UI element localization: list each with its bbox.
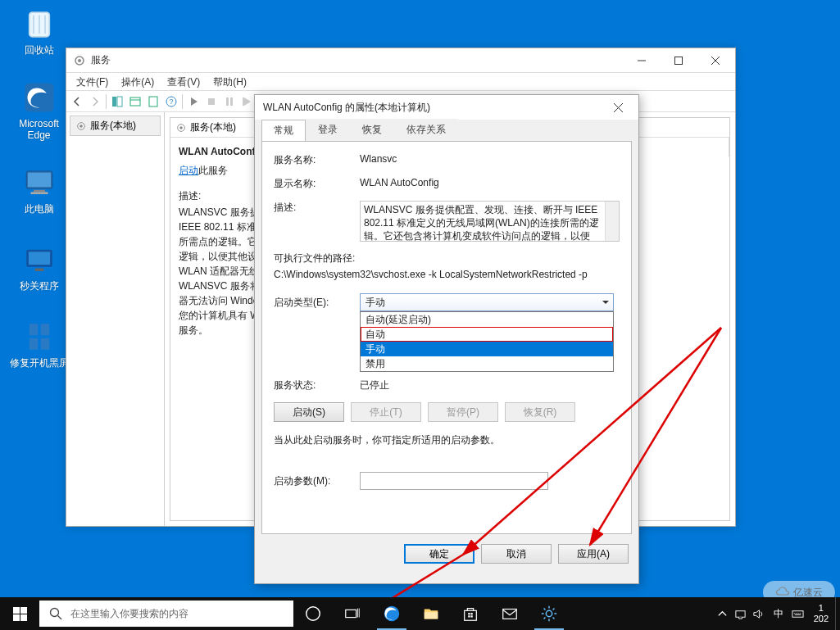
props-general-panel: 服务名称:Wlansvc 显示名称:WLAN AutoConfig 描述:WLA… — [261, 141, 632, 534]
tab-dependencies[interactable]: 依存关系 — [394, 119, 458, 141]
startup-hint: 当从此处启动服务时，你可指定所适用的启动参数。 — [274, 433, 620, 447]
toolbar-export[interactable] — [144, 93, 162, 111]
toolbar-forward[interactable] — [86, 93, 104, 111]
svg-point-48 — [546, 610, 552, 616]
services-titlebar[interactable]: 服务 — [66, 48, 735, 73]
display-name-value: WLAN AutoConfig — [360, 177, 620, 188]
service-name-label: 服务名称: — [274, 153, 360, 167]
taskbar-settings[interactable] — [529, 597, 569, 630]
svg-rect-4 — [34, 190, 45, 193]
svg-point-27 — [79, 125, 83, 128]
recycle-bin-icon — [22, 7, 57, 41]
menu-file[interactable]: 文件(F) — [70, 73, 115, 91]
ok-button[interactable]: 确定 — [404, 544, 474, 564]
close-button[interactable] — [697, 48, 733, 73]
toolbar-show-hide[interactable] — [108, 93, 126, 111]
props-titlebar[interactable]: WLAN AutoConfig 的属性(本地计算机) — [255, 95, 638, 120]
menu-view[interactable]: 查看(V) — [161, 73, 207, 91]
resume-button: 恢复(R) — [505, 402, 575, 422]
taskbar-mail[interactable] — [490, 597, 529, 630]
tab-general[interactable]: 常规 — [261, 120, 306, 142]
tab-recovery[interactable]: 恢复 — [350, 119, 394, 141]
shutdown-tool-icon — [22, 242, 57, 277]
display-name-label: 显示名称: — [274, 177, 360, 191]
toolbar-back[interactable] — [68, 93, 86, 111]
toolbar-help[interactable]: ? — [162, 93, 180, 111]
toolbar-stop-service[interactable] — [202, 93, 220, 111]
scrollbar[interactable] — [605, 202, 619, 241]
svg-rect-22 — [208, 98, 215, 105]
svg-rect-9 — [29, 324, 38, 335]
props-title: WLAN AutoConfig 的属性(本地计算机) — [263, 101, 600, 115]
svg-rect-43 — [468, 613, 470, 614]
system-tray: 中 1202 — [714, 597, 840, 630]
menu-action[interactable]: 操作(A) — [115, 73, 161, 91]
desktop-icon-this-pc[interactable]: 此电脑 — [8, 165, 70, 215]
option-auto[interactable]: 自动 — [361, 327, 613, 342]
toolbar-properties[interactable] — [126, 93, 144, 111]
gear-icon — [73, 54, 86, 67]
tray-clock[interactable]: 1202 — [807, 603, 835, 624]
props-close-button[interactable] — [600, 95, 637, 120]
props-tabs: 常规 登录 恢复 依存关系 — [255, 120, 638, 141]
svg-rect-50 — [792, 610, 803, 617]
option-auto-delayed[interactable]: 自动(延迟启动) — [361, 312, 613, 327]
svg-rect-23 — [226, 97, 229, 106]
tray-keyboard-icon[interactable] — [789, 597, 807, 630]
apply-button[interactable]: 应用(A) — [558, 544, 629, 564]
startup-type-dropdown: 自动(延迟启动) 自动 手动 禁用 — [360, 311, 614, 372]
cortana-button[interactable] — [293, 597, 333, 630]
show-desktop-button[interactable] — [835, 597, 840, 630]
service-name-value: Wlansvc — [360, 153, 620, 165]
menu-help[interactable]: 帮助(H) — [207, 73, 253, 91]
start-button[interactable] — [0, 597, 39, 630]
desktop-icon-recycle-bin[interactable]: 回收站 — [8, 7, 70, 56]
cancel-button[interactable]: 取消 — [481, 544, 552, 564]
service-properties-dialog: WLAN AutoConfig 的属性(本地计算机) 常规 登录 恢复 依存关系… — [254, 94, 639, 584]
services-menubar[interactable]: 文件(F) 操作(A) 查看(V) 帮助(H) — [66, 73, 735, 91]
taskbar-store[interactable] — [451, 597, 490, 630]
tab-logon[interactable]: 登录 — [306, 119, 350, 141]
svg-rect-11 — [29, 338, 38, 350]
repair-tool-icon — [22, 320, 57, 354]
svg-rect-16 — [112, 97, 116, 107]
toolbar-pause-service[interactable] — [220, 93, 238, 111]
services-tree-pane: 服务(本地) — [66, 112, 165, 526]
tray-network-icon[interactable] — [732, 597, 750, 630]
services-local-node[interactable]: 服务(本地) — [70, 116, 161, 136]
taskbar-edge[interactable] — [372, 597, 411, 630]
svg-rect-18 — [130, 97, 140, 106]
svg-point-29 — [179, 126, 183, 129]
option-manual[interactable]: 手动 — [361, 342, 613, 356]
startup-params-label: 启动参数(M): — [274, 474, 360, 488]
toolbar-start-service[interactable] — [184, 93, 202, 111]
svg-rect-45 — [468, 615, 470, 617]
desktop-icon-shutdown-tool[interactable]: 秒关程序 — [8, 242, 70, 292]
tray-chevron-up-icon[interactable] — [714, 597, 732, 630]
description-label: 描述: — [274, 201, 360, 215]
task-view-button[interactable] — [333, 597, 372, 630]
option-disabled[interactable]: 禁用 — [361, 356, 613, 371]
service-status-value: 已停止 — [360, 378, 620, 392]
services-title: 服务 — [91, 53, 623, 67]
startup-type-select[interactable]: 手动 — [360, 293, 614, 311]
tray-volume-icon[interactable] — [750, 597, 768, 630]
description-box[interactable]: WLANSVC 服务提供配置、发现、连接、断开与 IEEE 802.11 标准定… — [360, 201, 620, 242]
start-service-link[interactable]: 启动 — [179, 165, 198, 176]
desktop-icon-repair-tool[interactable]: 修复开机黑屏 — [8, 320, 70, 369]
stop-button: 停止(T) — [351, 402, 421, 422]
svg-point-37 — [51, 609, 59, 617]
svg-rect-17 — [117, 97, 122, 107]
svg-rect-36 — [20, 614, 27, 621]
svg-text:?: ? — [169, 97, 173, 106]
desktop-icon-edge[interactable]: Microsoft Edge — [8, 80, 70, 141]
startup-params-input[interactable] — [360, 472, 548, 490]
start-button[interactable]: 启动(S) — [274, 402, 344, 422]
taskbar-search[interactable]: 在这里输入你要搜索的内容 — [39, 601, 293, 627]
minimize-button[interactable] — [623, 48, 660, 73]
svg-rect-39 — [346, 610, 356, 617]
tray-ime[interactable]: 中 — [768, 597, 789, 630]
maximize-button[interactable] — [660, 48, 697, 73]
taskbar-file-explorer[interactable] — [411, 597, 451, 630]
search-icon — [49, 607, 62, 620]
